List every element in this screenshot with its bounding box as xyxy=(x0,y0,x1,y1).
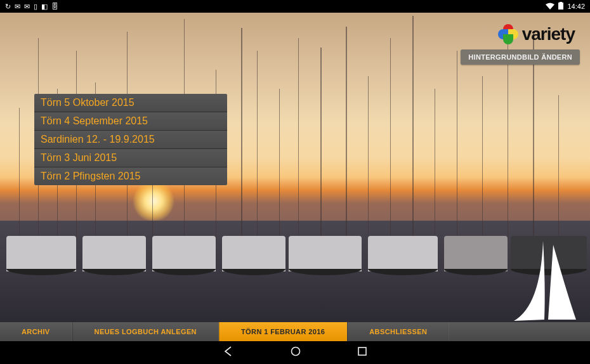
svg-point-2 xyxy=(292,348,300,356)
trip-item[interactable]: Törn 2 Pfingsten 2015 xyxy=(34,167,227,185)
svg-rect-0 xyxy=(558,3,563,10)
sync-icon: ↻ xyxy=(5,3,11,11)
close-button[interactable]: ABSCHLIESSEN xyxy=(347,322,449,341)
trip-item-label: Sardinien 12. - 19.9.2015 xyxy=(41,134,155,145)
status-right-icons: 14:42 xyxy=(546,2,585,11)
briefcase-icon: 🗄 xyxy=(51,3,58,10)
new-logbook-button[interactable]: NEUES LOGBUCH ANLEGEN xyxy=(72,322,219,341)
svg-rect-1 xyxy=(560,2,562,3)
trip-item-label: Törn 4 September 2015 xyxy=(41,115,148,126)
app-body: variety HINTERGRUNDBILD ÄNDERN Törn 5 Ok… xyxy=(0,13,590,341)
status-time: 14:42 xyxy=(567,3,585,10)
bottom-action-bar: ARCHIV NEUES LOGBUCH ANLEGEN TÖRN 1 FEBR… xyxy=(0,322,590,341)
home-icon[interactable] xyxy=(290,346,301,360)
trip-item-label: Törn 5 Oktober 2015 xyxy=(41,97,134,108)
change-background-button[interactable]: HINTERGRUNDBILD ÄNDERN xyxy=(461,49,580,65)
wifi-icon xyxy=(546,3,554,11)
close-label: ABSCHLIESSEN xyxy=(369,328,427,335)
current-trip-label: TÖRN 1 FEBRUAR 2016 xyxy=(241,328,325,335)
brand-name: variety xyxy=(522,24,575,44)
android-statusbar: ↻ ✉ ✉ ▯ ◧ 🗄 14:42 xyxy=(0,0,590,13)
mail-icon: ✉ xyxy=(15,3,20,11)
mail-icon: ✉ xyxy=(24,3,30,11)
dashboard-icon: ◧ xyxy=(41,3,48,11)
battery-icon xyxy=(558,2,563,11)
android-navbar xyxy=(0,341,590,364)
device-icon: ▯ xyxy=(34,3,37,11)
archive-button[interactable]: ARCHIV xyxy=(0,322,72,341)
trip-item[interactable]: Törn 4 September 2015 xyxy=(34,112,227,131)
app-sail-logo-icon xyxy=(508,236,581,325)
current-trip-button[interactable]: TÖRN 1 FEBRUAR 2016 xyxy=(219,322,347,341)
trip-item[interactable]: Törn 5 Oktober 2015 xyxy=(34,94,227,112)
new-logbook-label: NEUES LOGBUCH ANLEGEN xyxy=(95,328,197,335)
recents-icon[interactable] xyxy=(357,346,367,359)
change-background-label: HINTERGRUNDBILD ÄNDERN xyxy=(468,53,572,61)
variety-logo-icon xyxy=(498,24,518,44)
brand: variety xyxy=(498,24,575,44)
svg-rect-3 xyxy=(358,348,366,355)
trip-item-label: Törn 2 Pfingsten 2015 xyxy=(41,171,140,181)
trip-list: Törn 5 Oktober 2015 Törn 4 September 201… xyxy=(34,94,227,185)
trip-item-label: Törn 3 Juni 2015 xyxy=(41,152,117,163)
trip-item[interactable]: Törn 3 Juni 2015 xyxy=(34,149,227,167)
trip-item[interactable]: Sardinien 12. - 19.9.2015 xyxy=(34,131,227,149)
archive-label: ARCHIV xyxy=(22,328,50,335)
background-sun xyxy=(133,181,174,221)
back-icon[interactable] xyxy=(223,346,234,360)
status-left-icons: ↻ ✉ ✉ ▯ ◧ 🗄 xyxy=(5,3,58,11)
